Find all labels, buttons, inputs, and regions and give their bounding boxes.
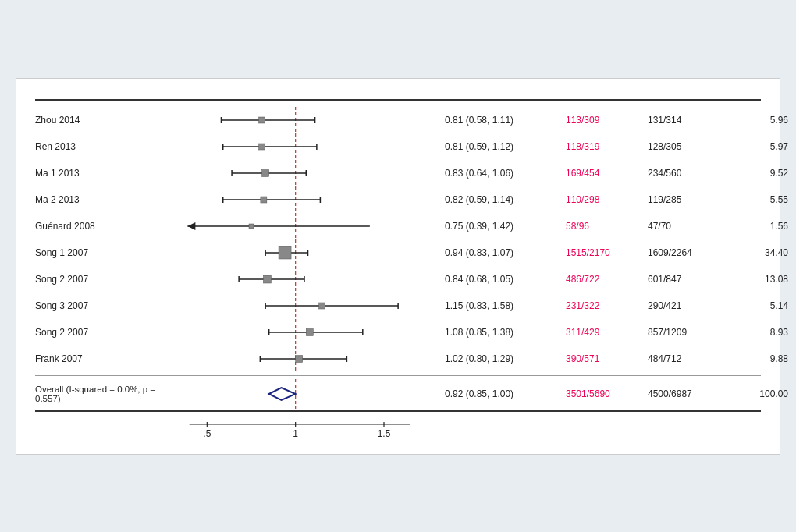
events-control: 290/421 xyxy=(648,300,726,311)
svg-rect-9 xyxy=(259,144,265,150)
study-id: Song 2 2007 xyxy=(35,274,172,285)
events-treatment: 486/722 xyxy=(566,274,648,285)
plot-svg xyxy=(172,239,437,266)
svg-text:1.5: 1.5 xyxy=(378,428,391,438)
study-id: Frank 2007 xyxy=(35,353,172,364)
weight-value: 1.56 xyxy=(726,221,788,232)
table-row: Song 3 20071.15 (0.83, 1.58)231/322290/4… xyxy=(35,293,761,319)
svg-rect-4 xyxy=(259,117,265,123)
plot-cell xyxy=(172,160,437,186)
events-control: 119/285 xyxy=(648,194,726,205)
or-value: 1.15 (0.83, 1.58) xyxy=(437,300,566,311)
plot-cell xyxy=(172,186,437,213)
study-id: Song 1 2007 xyxy=(35,247,172,258)
plot-cell xyxy=(172,319,437,346)
or-value: 0.81 (0.58, 1.11) xyxy=(437,115,566,126)
svg-rect-48 xyxy=(296,355,303,362)
or-value: 0.82 (0.59, 1.14) xyxy=(437,194,566,205)
events-control: 1609/2264 xyxy=(648,247,726,258)
svg-text:.5: .5 xyxy=(203,428,211,438)
table-row: Frank 20071.02 (0.80, 1.29)390/571484/71… xyxy=(35,346,761,372)
events-treatment: 169/454 xyxy=(566,168,648,179)
data-rows-container: Zhou 20140.81 (0.58, 1.11)113/309131/314… xyxy=(35,107,761,372)
study-id: Guénard 2008 xyxy=(35,221,172,232)
plot-svg xyxy=(172,160,437,186)
events-control: 47/70 xyxy=(648,221,726,232)
plot-svg xyxy=(172,107,437,133)
events-treatment: 113/309 xyxy=(566,115,648,126)
events-treatment: 58/96 xyxy=(566,221,648,232)
axis-plot-area: .511.5 xyxy=(172,415,437,438)
plot-svg xyxy=(172,133,437,160)
svg-rect-23 xyxy=(249,224,254,229)
overall-weight: 100.00 xyxy=(726,388,788,399)
plot-svg xyxy=(172,266,437,293)
weight-value: 5.97 xyxy=(726,141,788,152)
overall-study-id: Overall (I-squared = 0.0%, p = 0.557) xyxy=(35,385,172,403)
overall-or-value: 0.92 (0.85, 1.00) xyxy=(437,388,566,399)
plot-cell xyxy=(172,107,437,133)
weight-value: 5.55 xyxy=(726,194,788,205)
svg-marker-50 xyxy=(269,388,296,400)
events-control: 484/712 xyxy=(648,353,726,364)
weight-value: 5.96 xyxy=(726,115,788,126)
or-value: 0.94 (0.83, 1.07) xyxy=(437,247,566,258)
plot-cell xyxy=(172,266,437,293)
bottom-border xyxy=(35,410,761,412)
plot-cell xyxy=(172,213,437,239)
weight-value: 9.88 xyxy=(726,353,788,364)
axis-svg: .511.5 xyxy=(172,415,437,438)
forest-plot: Zhou 20140.81 (0.58, 1.11)113/309131/314… xyxy=(16,78,780,455)
overall-plot-cell xyxy=(172,379,437,409)
or-value: 0.84 (0.68, 1.05) xyxy=(437,274,566,285)
or-value: 0.83 (0.64, 1.06) xyxy=(437,168,566,179)
plot-svg xyxy=(172,346,437,372)
svg-text:1: 1 xyxy=(293,428,298,438)
plot-svg xyxy=(172,293,437,319)
separator xyxy=(35,375,761,376)
study-id: Zhou 2014 xyxy=(35,115,172,126)
events-treatment: 390/571 xyxy=(566,353,648,364)
svg-rect-38 xyxy=(319,303,325,309)
plot-cell xyxy=(172,133,437,160)
study-id: Ma 1 2013 xyxy=(35,168,172,179)
svg-marker-22 xyxy=(187,222,195,230)
or-value: 0.75 (0.39, 1.42) xyxy=(437,221,566,232)
plot-cell xyxy=(172,346,437,372)
plot-svg xyxy=(172,319,437,346)
events-control: 857/1209 xyxy=(648,327,726,338)
svg-rect-43 xyxy=(306,328,313,335)
weight-value: 5.14 xyxy=(726,300,788,311)
events-treatment: 118/319 xyxy=(566,141,648,152)
table-row: Guénard 20080.75 (0.39, 1.42)58/9647/701… xyxy=(35,213,761,239)
table-row: Ren 20130.81 (0.59, 1.12)118/319128/3055… xyxy=(35,133,761,160)
or-value: 1.08 (0.85, 1.38) xyxy=(437,327,566,338)
study-id: Song 3 2007 xyxy=(35,300,172,311)
events-control: 234/560 xyxy=(648,168,726,179)
events-control: 601/847 xyxy=(648,274,726,285)
events-treatment: 110/298 xyxy=(566,194,648,205)
overall-events-control: 4500/6987 xyxy=(648,388,726,399)
study-id: Song 2 2007 xyxy=(35,327,172,338)
svg-rect-28 xyxy=(279,246,291,259)
table-row: Ma 2 20130.82 (0.59, 1.14)110/298119/285… xyxy=(35,186,761,213)
events-treatment: 1515/2170 xyxy=(566,247,648,258)
plot-cell xyxy=(172,239,437,266)
weight-value: 13.08 xyxy=(726,274,788,285)
or-value: 1.02 (0.80, 1.29) xyxy=(437,353,566,364)
plot-svg xyxy=(172,186,437,213)
axis-row: .511.5 xyxy=(35,415,761,438)
events-treatment: 311/429 xyxy=(566,327,648,338)
table-row: Zhou 20140.81 (0.58, 1.11)113/309131/314… xyxy=(35,107,761,133)
plot-svg xyxy=(172,213,437,239)
study-id: Ren 2013 xyxy=(35,141,172,152)
weight-value: 9.52 xyxy=(726,168,788,179)
plot-cell xyxy=(172,293,437,319)
events-treatment: 231/322 xyxy=(566,300,648,311)
svg-rect-14 xyxy=(262,169,269,176)
svg-rect-19 xyxy=(261,197,267,203)
overall-events-treatment: 3501/5690 xyxy=(566,388,648,399)
table-row: Song 2 20070.84 (0.68, 1.05)486/722601/8… xyxy=(35,266,761,293)
weight-value: 8.93 xyxy=(726,327,788,338)
events-control: 128/305 xyxy=(648,141,726,152)
